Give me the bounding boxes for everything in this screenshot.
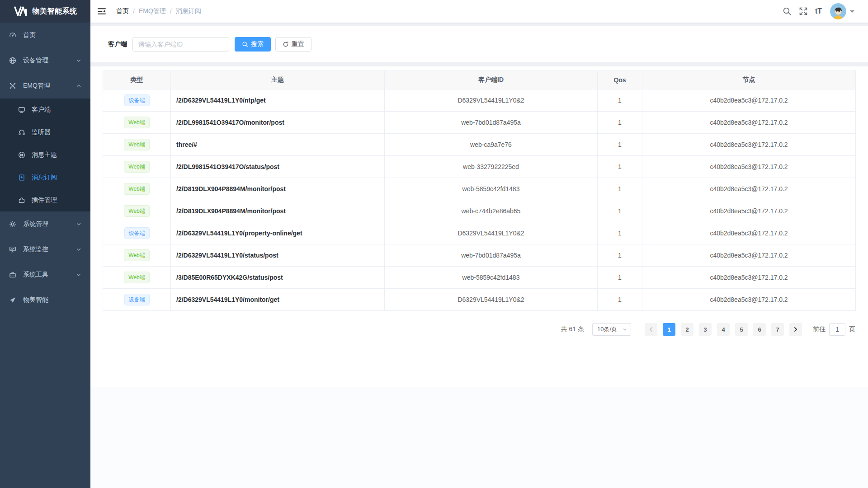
type-badge: Web端 <box>124 183 149 195</box>
type-badge: Web端 <box>124 117 149 128</box>
breadcrumb-home[interactable]: 首页 <box>116 7 129 15</box>
type-badge: Web端 <box>124 249 149 261</box>
caret-down-icon[interactable] <box>850 10 854 15</box>
topic-cell: /2/D6329VL54419L1Y0/monitor/get <box>171 289 385 311</box>
sidebar-item-label: 首页 <box>23 31 36 39</box>
table-row: Web端 /2/D819DLX904P8894M/monitor/post we… <box>103 178 856 200</box>
type-badge: 设备端 <box>124 227 150 239</box>
qos-cell: 1 <box>598 289 642 311</box>
sidebar-item-system-mgmt[interactable]: 系统管理 <box>0 211 90 237</box>
pagination: 共 61 条 10条/页 1 2 3 4 5 6 7 前 <box>103 323 855 336</box>
table-row: 设备端 /2/D6329VL54419L1Y0/ntp/get D6329VL5… <box>103 89 856 112</box>
sidebar-item-plugins[interactable]: 插件管理 <box>0 189 90 211</box>
node-cell: c40b2d8ea5c3@172.17.0.2 <box>642 112 856 134</box>
sidebar-item-label: 消息订阅 <box>32 174 57 182</box>
font-size-icon[interactable]: tT <box>815 7 822 16</box>
sidebar-item-subscriptions[interactable]: 消息订阅 <box>0 166 90 189</box>
topic-cell: /2/D819DLX904P8894M/monitor/post <box>171 200 385 222</box>
client-id-cell: web-7bd01d87a495a <box>385 112 598 134</box>
qos-cell: 1 <box>598 156 642 178</box>
table-header-row: 类型 主题 客户端ID Qos 节点 <box>103 71 856 89</box>
toolbox-icon <box>9 271 16 278</box>
client-id-cell: D6329VL54419L1Y0&2 <box>385 289 598 311</box>
sidebar-item-label: 物美智能 <box>23 296 48 304</box>
node-cell: c40b2d8ea5c3@172.17.0.2 <box>642 267 856 289</box>
fullscreen-icon[interactable] <box>799 7 808 16</box>
app-logo[interactable]: 物美智能系统 <box>0 0 90 23</box>
prev-page-button[interactable] <box>645 323 657 336</box>
monitor-chart-icon <box>9 246 16 253</box>
headset-icon <box>18 129 25 136</box>
client-id-cell: web-ca9a7e76 <box>385 134 598 156</box>
qos-cell: 1 <box>598 244 642 267</box>
sidebar-item-label: 客户端 <box>32 106 51 114</box>
sidebar-item-device-mgmt[interactable]: 设备管理 <box>0 48 90 73</box>
type-badge: Web端 <box>124 139 149 150</box>
table-row: Web端 /2/D6329VL54419L1Y0/status/post web… <box>103 244 856 267</box>
page-button-3[interactable]: 3 <box>699 323 712 336</box>
breadcrumb-separator: / <box>133 8 135 15</box>
goto-page-input[interactable] <box>829 323 845 336</box>
breadcrumb-separator: / <box>170 8 172 15</box>
content-background <box>90 387 868 488</box>
page-button-4[interactable]: 4 <box>717 323 730 336</box>
topic-cell: /2/DL9981541O39417O/status/post <box>171 156 385 178</box>
emq-submenu: 客户端 监听器 消息主题 消息订阅 插件管理 <box>0 99 90 211</box>
sidebar-item-label: 系统监控 <box>23 245 48 253</box>
sidebar-menu: 首页 设备管理 EMQ管理 客户端 监听器 <box>0 23 90 313</box>
sidebar-item-clients[interactable]: 客户端 <box>0 99 90 121</box>
qos-cell: 1 <box>598 112 642 134</box>
qos-cell: 1 <box>598 267 642 289</box>
page-button-7[interactable]: 7 <box>771 323 784 336</box>
page-button-6[interactable]: 6 <box>753 323 766 336</box>
node-cell: c40b2d8ea5c3@172.17.0.2 <box>642 178 856 200</box>
topic-cell: /2/D819DLX904P8894M/monitor/post <box>171 178 385 200</box>
sidebar-item-home[interactable]: 首页 <box>0 23 90 48</box>
client-id-input[interactable] <box>132 37 229 52</box>
topic-hash-icon <box>18 151 25 159</box>
avatar[interactable] <box>830 3 846 19</box>
client-id-cell: web-5859c42fd1483 <box>385 178 598 200</box>
sidebar-item-system-tools[interactable]: 系统工具 <box>0 262 90 287</box>
reset-button[interactable]: 重置 <box>275 37 311 52</box>
col-header-topic: 主题 <box>171 71 385 89</box>
sidebar-collapse-icon[interactable] <box>97 7 106 16</box>
subscriptions-table: 类型 主题 客户端ID Qos 节点 设备端 /2/D6329VL54419L1… <box>103 70 856 311</box>
col-header-node: 节点 <box>642 71 856 89</box>
type-badge: 设备端 <box>124 294 150 305</box>
app-title: 物美智能系统 <box>33 7 77 16</box>
client-id-cell: web-3327922225ed <box>385 156 598 178</box>
page-size-select[interactable]: 10条/页 <box>592 323 631 336</box>
chevron-down-icon <box>76 272 81 277</box>
search-button[interactable]: 搜索 <box>235 37 271 52</box>
sidebar-item-listeners[interactable]: 监听器 <box>0 121 90 144</box>
sidebar-item-topics[interactable]: 消息主题 <box>0 144 90 166</box>
search-icon[interactable] <box>783 7 792 16</box>
type-badge: Web端 <box>124 205 149 217</box>
next-page-button[interactable] <box>789 323 802 336</box>
client-id-cell: D6329VL54419L1Y0&2 <box>385 222 598 244</box>
sidebar-item-system-monitor[interactable]: 系统监控 <box>0 237 90 262</box>
goto-suffix: 页 <box>849 325 855 333</box>
sidebar-item-emq-mgmt[interactable]: EMQ管理 <box>0 73 90 99</box>
sidebar: 物美智能系统 首页 设备管理 EMQ管理 客户端 <box>0 0 90 488</box>
page-button-2[interactable]: 2 <box>681 323 693 336</box>
sidebar-item-wumei-smart[interactable]: 物美智能 <box>0 287 90 313</box>
node-cell: c40b2d8ea5c3@172.17.0.2 <box>642 200 856 222</box>
page-button-5[interactable]: 5 <box>735 323 748 336</box>
node-cell: c40b2d8ea5c3@172.17.0.2 <box>642 222 856 244</box>
table-row: 设备端 /2/D6329VL54419L1Y0/monitor/get D632… <box>103 289 856 311</box>
topic-cell: three/# <box>171 134 385 156</box>
navbar-right: tT <box>775 3 854 19</box>
table-row: Web端 /3/D85E00R65DYXK42G/status/post web… <box>103 267 856 289</box>
client-id-cell: web-5859c42fd1483 <box>385 267 598 289</box>
page-button-1[interactable]: 1 <box>663 323 675 336</box>
sidebar-item-label: 设备管理 <box>23 56 48 65</box>
qos-cell: 1 <box>598 178 642 200</box>
sidebar-item-label: 系统工具 <box>23 271 48 279</box>
node-cell: c40b2d8ea5c3@172.17.0.2 <box>642 89 856 112</box>
breadcrumb: 首页 / EMQ管理 / 消息订阅 <box>116 7 201 15</box>
dashboard-icon <box>9 32 16 39</box>
logo-icon <box>14 6 28 16</box>
divider-band <box>90 62 868 66</box>
